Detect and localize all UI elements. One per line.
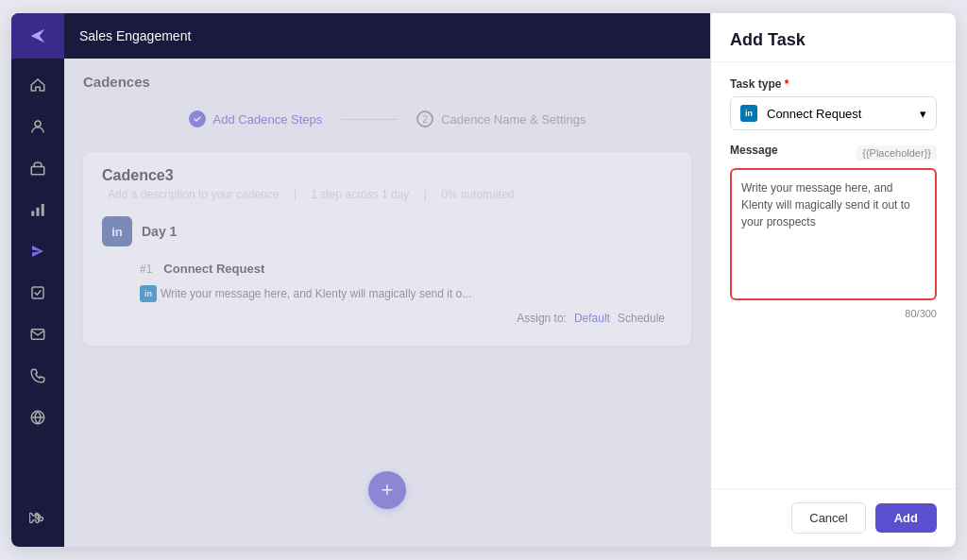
app-logo [11,13,64,59]
sidebar-item-home[interactable] [19,66,57,104]
app-title: Sales Engagement [79,28,191,43]
task-type-value: Connect Request [767,107,861,121]
sidebar-bottom [19,498,57,547]
linkedin-icon-select: in [740,105,757,122]
svg-point-0 [35,121,41,127]
content-area: Sales Engagement Cadences Add Cadence St… [64,13,710,547]
chevron-down-icon: ▾ [920,107,926,121]
modal-overlay [64,59,710,547]
message-field-label: Message [730,144,778,157]
right-panel: Add Task Task type * in Connect Request … [710,13,956,547]
svg-rect-5 [32,287,43,298]
placeholder-badge: {{Placeholder}} [857,145,937,161]
sidebar-item-engagement[interactable] [19,232,57,270]
panel-footer: Cancel Add [711,488,956,547]
panel-header: Add Task [711,13,956,62]
message-label-row: Message {{Placeholder}} [730,144,937,162]
top-bar: Sales Engagement [64,13,710,59]
sidebar-item-integrations[interactable] [19,399,57,436]
sidebar-item-tasks[interactable] [19,274,57,312]
task-type-left: in Connect Request [740,105,861,122]
cancel-button[interactable]: Cancel [791,502,865,534]
sidebar-item-email[interactable] [19,315,57,353]
task-type-label: Task type * [730,77,937,91]
message-textarea[interactable] [730,168,937,300]
sidebar-item-analytics[interactable] [19,191,57,229]
char-count: 80/300 [730,308,937,319]
svg-rect-4 [42,204,44,216]
sidebar-item-contacts[interactable] [19,108,57,145]
svg-rect-1 [31,167,44,175]
panel-body: Task type * in Connect Request ▾ Message… [711,62,956,488]
add-button[interactable]: Add [875,503,937,533]
page-content: Cadences Add Cadence Steps 2 Cadence Nam… [64,59,710,547]
sidebar [11,13,64,547]
sidebar-item-accounts[interactable] [19,149,57,187]
panel-title: Add Task [730,30,806,49]
task-type-required: * [785,77,789,91]
sidebar-nav [19,59,57,498]
svg-rect-3 [37,208,40,216]
sidebar-item-settings[interactable] [19,498,57,535]
svg-rect-2 [31,212,34,216]
task-type-select[interactable]: in Connect Request ▾ [730,96,937,130]
sidebar-item-calls[interactable] [19,357,57,395]
